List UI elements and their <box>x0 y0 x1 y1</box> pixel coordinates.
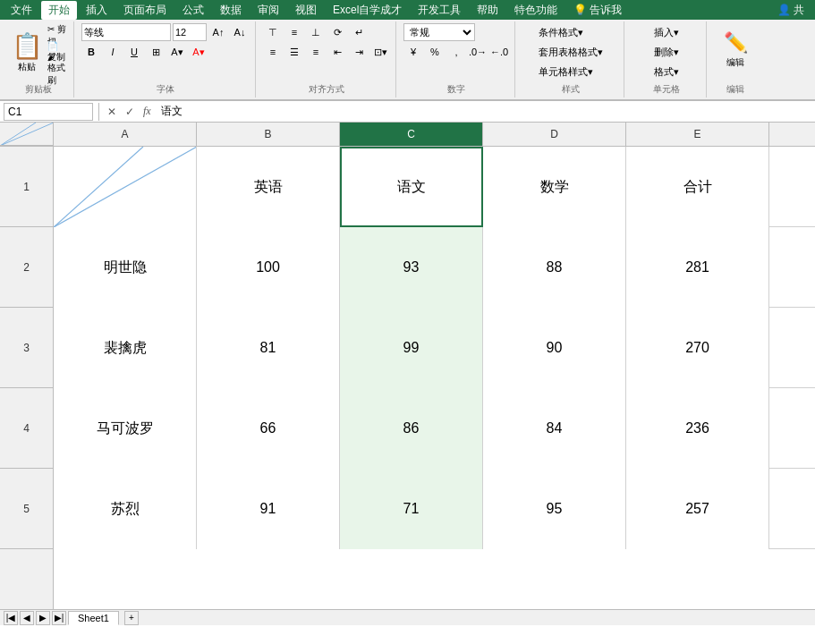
underline-button[interactable]: U <box>124 43 144 61</box>
cell-d5[interactable]: 95 <box>483 469 626 549</box>
fill-color-button[interactable]: A▾ <box>167 43 187 61</box>
grid-row-1: 英语 语文 数学 合计 <box>54 147 815 227</box>
increase-decimal-button[interactable]: .0→ <box>468 43 488 61</box>
menu-special[interactable]: 特色功能 <box>507 1 565 20</box>
row-header-3[interactable]: 3 <box>0 308 53 388</box>
font-label: 字体 <box>157 83 174 96</box>
row-header-1[interactable]: 1 <box>0 147 53 227</box>
menu-file[interactable]: 文件 <box>4 1 39 20</box>
font-family-input[interactable] <box>81 23 171 41</box>
cell-c3[interactable]: 99 <box>340 308 483 388</box>
cell-c5[interactable]: 71 <box>340 469 483 549</box>
decrease-decimal-button[interactable]: ←.0 <box>489 43 509 61</box>
cell-b5[interactable]: 91 <box>197 469 340 549</box>
row-header-5[interactable]: 5 <box>0 469 53 549</box>
cancel-formula-icon[interactable]: ✕ <box>105 105 119 119</box>
format-painter-button[interactable]: 🖌 格式刷 <box>47 62 68 78</box>
thousands-button[interactable]: , <box>446 43 466 61</box>
cell-a2[interactable]: 明世隐 <box>54 227 197 308</box>
cell-b2[interactable]: 100 <box>197 227 340 308</box>
ribbon: 📋 粘贴 ✂ 剪切 📄 复制 🖌 格式刷 剪贴板 A↑ A↓ <box>0 20 815 101</box>
col-header-b[interactable]: B <box>197 123 340 146</box>
cell-e2[interactable]: 281 <box>626 227 769 308</box>
increase-font-button[interactable]: A↑ <box>208 23 228 41</box>
menu-search[interactable]: 💡 告诉我 <box>566 1 629 20</box>
cell-c1[interactable]: 语文 <box>340 147 483 227</box>
sheet-tab-1[interactable]: Sheet1 <box>68 611 119 625</box>
cell-b4[interactable]: 66 <box>197 388 340 469</box>
cell-e5[interactable]: 257 <box>626 469 769 549</box>
menu-home[interactable]: 开始 <box>41 1 77 20</box>
cell-e1[interactable]: 合计 <box>626 147 769 227</box>
increase-indent-button[interactable]: ⇥ <box>349 43 369 61</box>
sheet-nav-prev[interactable]: ◀ <box>20 611 34 625</box>
currency-button[interactable]: ¥ <box>403 43 423 61</box>
number-format-select[interactable]: 常规 <box>403 23 475 41</box>
decrease-font-button[interactable]: A↓ <box>230 23 250 41</box>
percent-button[interactable]: % <box>425 43 445 61</box>
align-left-button[interactable]: ≡ <box>263 43 283 61</box>
menu-view[interactable]: 视图 <box>288 1 324 20</box>
merge-cells-button[interactable]: ⊡▾ <box>370 43 390 61</box>
cell-c2[interactable]: 93 <box>340 227 483 308</box>
align-center-button[interactable]: ☰ <box>284 43 304 61</box>
font-size-input[interactable] <box>173 23 207 41</box>
menu-page-layout[interactable]: 页面布局 <box>116 1 174 20</box>
menu-review[interactable]: 审阅 <box>250 1 286 20</box>
cell-e3[interactable]: 270 <box>626 308 769 388</box>
number-label: 数字 <box>447 83 465 96</box>
cell-d1[interactable]: 数学 <box>483 147 626 227</box>
col-header-d[interactable]: D <box>483 123 626 146</box>
menu-data[interactable]: 数据 <box>213 1 249 20</box>
align-top-button[interactable]: ⊤ <box>263 23 283 41</box>
col-header-e[interactable]: E <box>626 123 769 146</box>
delete-button[interactable]: 删除▾ <box>650 43 683 61</box>
table-format-button[interactable]: 套用表格格式▾ <box>535 43 607 61</box>
format-button[interactable]: 格式▾ <box>650 63 683 80</box>
cell-c4[interactable]: 86 <box>340 388 483 469</box>
italic-button[interactable]: I <box>103 43 123 61</box>
cell-a1[interactable] <box>54 147 197 227</box>
cell-e4[interactable]: 236 <box>626 388 769 469</box>
formula-content[interactable]: 语文 <box>157 104 811 119</box>
confirm-formula-icon[interactable]: ✓ <box>123 105 137 119</box>
cell-d3[interactable]: 90 <box>483 308 626 388</box>
sheet-nav-next[interactable]: ▶ <box>36 611 50 625</box>
cell-d4[interactable]: 84 <box>483 388 626 469</box>
insert-button[interactable]: 插入▾ <box>650 23 683 41</box>
sheet-nav-first[interactable]: |◀ <box>4 611 18 625</box>
align-bottom-button[interactable]: ⊥ <box>306 23 326 41</box>
cell-a4[interactable]: 马可波罗 <box>54 388 197 469</box>
row-header-2[interactable]: 2 <box>0 227 53 308</box>
cell-a3[interactable]: 裴擒虎 <box>54 308 197 388</box>
align-right-button[interactable]: ≡ <box>306 43 326 61</box>
cell-styles-button[interactable]: 单元格样式▾ <box>535 63 597 80</box>
insert-function-icon[interactable]: fx <box>140 104 154 119</box>
menu-excel-learn[interactable]: Excel自学成才 <box>326 1 409 20</box>
decrease-indent-button[interactable]: ⇤ <box>327 43 347 61</box>
cell-a5[interactable]: 苏烈 <box>54 469 197 549</box>
edit-button[interactable]: ✏️ 编辑 <box>719 23 752 77</box>
add-sheet-button[interactable]: + <box>124 611 139 625</box>
sheet-nav-last[interactable]: ▶| <box>52 611 66 625</box>
menu-developer[interactable]: 开发工具 <box>411 1 468 20</box>
align-middle-button[interactable]: ≡ <box>284 23 304 41</box>
col-header-a[interactable]: A <box>54 123 197 146</box>
menu-share[interactable]: 👤 共 <box>770 1 811 20</box>
paste-button[interactable]: 📋 粘贴 <box>9 28 45 78</box>
menu-formula[interactable]: 公式 <box>175 1 211 20</box>
conditional-format-button[interactable]: 条件格式▾ <box>535 23 587 41</box>
name-box[interactable]: C1 <box>4 103 93 121</box>
bold-button[interactable]: B <box>81 43 101 61</box>
menu-insert[interactable]: 插入 <box>79 1 115 20</box>
menu-help[interactable]: 帮助 <box>470 1 505 20</box>
cell-d2[interactable]: 88 <box>483 227 626 308</box>
font-color-button[interactable]: A▾ <box>189 43 208 61</box>
wrap-text-button[interactable]: ↵ <box>349 23 369 41</box>
border-button[interactable]: ⊞ <box>146 43 166 61</box>
cell-b3[interactable]: 81 <box>197 308 340 388</box>
col-header-c[interactable]: C <box>340 123 483 146</box>
row-header-4[interactable]: 4 <box>0 388 53 469</box>
cell-b1[interactable]: 英语 <box>197 147 340 227</box>
text-direction-button[interactable]: ⟳ <box>327 23 347 41</box>
